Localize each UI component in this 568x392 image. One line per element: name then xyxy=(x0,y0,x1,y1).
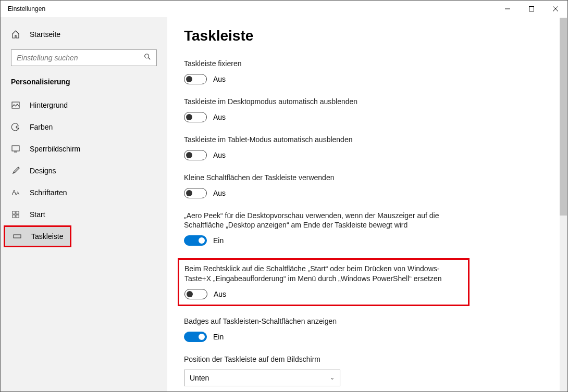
section-label: Personalisierung xyxy=(1,74,167,94)
search-input[interactable] xyxy=(11,49,157,66)
scrollbar-thumb[interactable] xyxy=(560,18,567,216)
select-value: Unten xyxy=(190,374,209,382)
toggle-state-label: Aus xyxy=(213,189,226,197)
sidebar-item-label: Taskleiste xyxy=(31,232,63,241)
sidebar-item-farben[interactable]: Farben xyxy=(1,116,167,138)
setting-position: Position der Taskleiste auf dem Bildschi… xyxy=(184,355,465,386)
setting-item: Kleine Schaltflächen der Taskleiste verw… xyxy=(184,173,465,198)
setting-label: Beim Rechtsklick auf die Schaltfläche „S… xyxy=(184,264,463,284)
svg-rect-7 xyxy=(12,146,19,151)
home-link[interactable]: Startseite xyxy=(1,24,167,44)
toggle-switch[interactable] xyxy=(184,289,207,299)
toggle-switch[interactable] xyxy=(184,150,207,160)
sidebar-item-schriftarten[interactable]: AA Schriftarten xyxy=(1,182,167,204)
sidebar-item-hintergrund[interactable]: Hintergrund xyxy=(1,94,167,116)
setting-item: Badges auf Taskleisten-Schaltflächen anz… xyxy=(184,317,465,342)
search-icon xyxy=(144,53,151,62)
setting-label: Kleine Schaltflächen der Taskleiste verw… xyxy=(184,173,465,183)
start-icon xyxy=(11,210,20,219)
sidebar-item-label: Hintergrund xyxy=(30,101,68,109)
lockscreen-icon xyxy=(11,144,20,154)
setting-item: „Aero Peek“ für die Desktopvorschau verw… xyxy=(184,211,465,246)
sidebar-item-label: Sperrbildschirm xyxy=(30,145,80,153)
taskbar-icon xyxy=(13,232,22,241)
window-title: Einstellungen xyxy=(8,5,496,12)
sidebar-item-sperrbildschirm[interactable]: Sperrbildschirm xyxy=(1,138,167,160)
main-content: Taskleiste Taskleiste fixierenAusTasklei… xyxy=(167,17,567,391)
home-icon xyxy=(11,30,20,39)
minimize-button[interactable] xyxy=(496,1,520,17)
setting-item: Taskleiste im Tablet-Modus automatisch a… xyxy=(184,135,465,160)
toggle-state-label: Aus xyxy=(213,75,226,83)
setting-item: Taskleiste fixierenAus xyxy=(184,59,465,84)
sidebar-item-label: Farben xyxy=(30,123,53,131)
image-icon xyxy=(11,100,20,110)
toggle-switch[interactable] xyxy=(184,112,207,122)
sidebar-item-taskleiste[interactable]: Taskleiste xyxy=(5,227,70,246)
svg-point-4 xyxy=(145,54,149,58)
chevron-down-icon: ⌄ xyxy=(330,374,335,381)
setting-item: Beim Rechtsklick auf die Schaltfläche „S… xyxy=(178,258,470,306)
toggle-switch[interactable] xyxy=(184,188,207,198)
toggle-state-label: Aus xyxy=(213,151,226,159)
svg-rect-10 xyxy=(16,211,19,214)
svg-rect-13 xyxy=(14,235,21,238)
toggle-switch[interactable] xyxy=(184,74,207,84)
setting-label: „Aero Peek“ für die Desktopvorschau verw… xyxy=(184,211,465,231)
toggle-state-label: Ein xyxy=(213,333,224,341)
sidebar-item-designs[interactable]: Designs xyxy=(1,160,167,182)
setting-label: Taskleiste im Desktopmodus automatisch a… xyxy=(184,97,465,107)
svg-rect-11 xyxy=(13,215,15,218)
setting-label: Badges auf Taskleisten-Schaltflächen anz… xyxy=(184,317,465,326)
svg-line-5 xyxy=(149,58,151,60)
palette-icon xyxy=(11,122,20,132)
toggle-state-label: Ein xyxy=(213,236,224,245)
toggle-switch[interactable] xyxy=(184,332,207,342)
setting-label: Taskleiste im Tablet-Modus automatisch a… xyxy=(184,135,465,145)
brush-icon xyxy=(11,166,20,175)
font-icon: AA xyxy=(11,188,20,197)
setting-item: Taskleiste im Desktopmodus automatisch a… xyxy=(184,97,465,122)
sidebar-item-start[interactable]: Start xyxy=(1,204,167,225)
svg-rect-9 xyxy=(13,211,15,214)
page-title: Taskleiste xyxy=(184,28,547,44)
sidebar-item-label: Start xyxy=(30,210,45,219)
close-button[interactable] xyxy=(544,1,567,17)
sidebar-item-label: Schriftarten xyxy=(30,188,67,197)
sidebar: Startseite Personalisierung Hintergrund … xyxy=(1,17,167,391)
setting-label: Taskleiste fixieren xyxy=(184,59,465,69)
maximize-button[interactable] xyxy=(520,1,544,17)
svg-rect-12 xyxy=(16,215,19,218)
setting-label: Position der Taskleiste auf dem Bildschi… xyxy=(184,355,465,364)
position-select[interactable]: Unten ⌄ xyxy=(184,370,340,386)
toggle-state-label: Aus xyxy=(214,290,226,298)
toggle-state-label: Aus xyxy=(213,113,226,121)
svg-rect-1 xyxy=(529,7,534,11)
home-label: Startseite xyxy=(30,30,60,39)
toggle-switch[interactable] xyxy=(184,235,207,246)
sidebar-item-label: Designs xyxy=(30,167,56,175)
